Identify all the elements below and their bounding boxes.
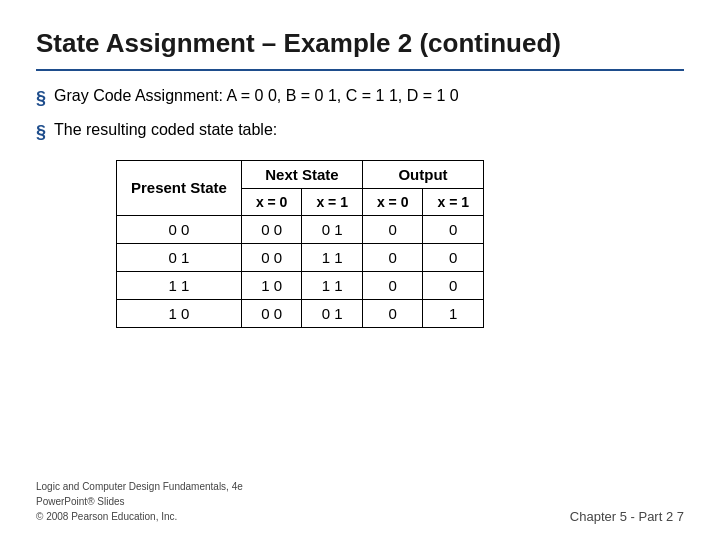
footer-line2: PowerPoint® Slides	[36, 494, 243, 509]
cell-out-x0-1: 0	[362, 243, 423, 271]
state-table-wrapper: Present State Next State Output x = 0 x …	[116, 160, 684, 328]
table-body: 0 0 0 0 0 1 0 0 0 1 0 0 1 1 0 0 1 1 1 0 …	[117, 215, 484, 327]
subheader-out-x0: x = 0	[362, 188, 423, 215]
header-output: Output	[362, 160, 483, 188]
title-divider	[36, 69, 684, 71]
cell-out-x1-1: 0	[423, 243, 484, 271]
slide-title: State Assignment – Example 2 (continued)	[36, 28, 684, 59]
table-row: 0 1 0 0 1 1 0 0	[117, 243, 484, 271]
cell-out-x1-0: 0	[423, 215, 484, 243]
cell-next-x0-3: 0 0	[241, 299, 302, 327]
bullet-section: § Gray Code Assignment: A = 0 0, B = 0 1…	[36, 85, 684, 145]
cell-next-x0-2: 1 0	[241, 271, 302, 299]
cell-next-x1-3: 0 1	[302, 299, 363, 327]
cell-present-2: 1 1	[117, 271, 242, 299]
footer-line3: © 2008 Pearson Education, Inc.	[36, 509, 243, 524]
header-present-state: Present State	[117, 160, 242, 215]
table-row: 1 1 1 0 1 1 0 0	[117, 271, 484, 299]
cell-out-x0-3: 0	[362, 299, 423, 327]
cell-next-x0-1: 0 0	[241, 243, 302, 271]
cell-out-x0-2: 0	[362, 271, 423, 299]
bullet-text-1: Gray Code Assignment: A = 0 0, B = 0 1, …	[54, 85, 459, 107]
cell-present-1: 0 1	[117, 243, 242, 271]
cell-out-x0-0: 0	[362, 215, 423, 243]
table-header-row: Present State Next State Output	[117, 160, 484, 188]
cell-present-0: 0 0	[117, 215, 242, 243]
subheader-next-x1: x = 1	[302, 188, 363, 215]
cell-out-x1-3: 1	[423, 299, 484, 327]
bullet-item-2: § The resulting coded state table:	[36, 119, 684, 145]
cell-present-3: 1 0	[117, 299, 242, 327]
footer: Logic and Computer Design Fundamentals, …	[36, 479, 684, 524]
subheader-out-x1: x = 1	[423, 188, 484, 215]
cell-next-x1-1: 1 1	[302, 243, 363, 271]
header-next-state: Next State	[241, 160, 362, 188]
bullet-text-2: The resulting coded state table:	[54, 119, 277, 141]
cell-next-x1-2: 1 1	[302, 271, 363, 299]
state-table: Present State Next State Output x = 0 x …	[116, 160, 484, 328]
footer-left: Logic and Computer Design Fundamentals, …	[36, 479, 243, 524]
footer-right: Chapter 5 - Part 2 7	[570, 509, 684, 524]
bullet-marker-2: §	[36, 120, 46, 145]
cell-next-x1-0: 0 1	[302, 215, 363, 243]
table-row: 0 0 0 0 0 1 0 0	[117, 215, 484, 243]
slide-container: State Assignment – Example 2 (continued)…	[0, 0, 720, 540]
table-row: 1 0 0 0 0 1 0 1	[117, 299, 484, 327]
bullet-marker-1: §	[36, 86, 46, 111]
subheader-next-x0: x = 0	[241, 188, 302, 215]
cell-next-x0-0: 0 0	[241, 215, 302, 243]
footer-line1: Logic and Computer Design Fundamentals, …	[36, 479, 243, 494]
bullet-item-1: § Gray Code Assignment: A = 0 0, B = 0 1…	[36, 85, 684, 111]
cell-out-x1-2: 0	[423, 271, 484, 299]
